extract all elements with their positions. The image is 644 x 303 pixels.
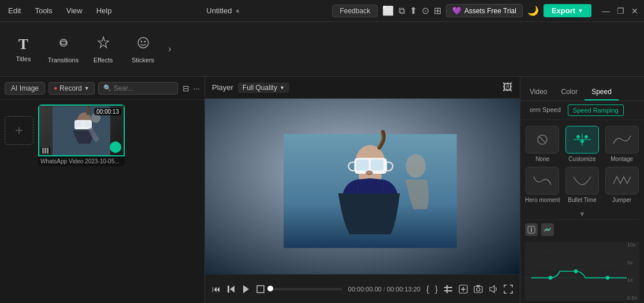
tab-speed[interactable]: Speed	[585, 84, 619, 100]
prev-frame-button[interactable]: ⏮	[212, 284, 221, 294]
search-input[interactable]	[114, 84, 148, 92]
progress-bar[interactable]	[270, 288, 343, 290]
effects-label: Effects	[94, 57, 113, 63]
upload-icon[interactable]: ⬆	[410, 5, 417, 16]
left-toolbar: AI Image ● Record ▼ 🔍 ⊟ ···	[0, 77, 204, 100]
toolbar-transitions[interactable]: Transitions	[44, 26, 82, 72]
assets-free-trial-button[interactable]: 💜 Assets Free Trial	[446, 4, 523, 17]
svg-rect-24	[446, 285, 448, 293]
speed-none-label: None	[535, 156, 549, 162]
menu-tools[interactable]: Tools	[32, 5, 54, 16]
window-title: Untitled ●	[114, 6, 332, 15]
snapshot-button[interactable]	[474, 285, 483, 294]
main-content: AI Image ● Record ▼ 🔍 ⊟ ··· +	[0, 77, 644, 303]
menu-view[interactable]: View	[64, 5, 85, 16]
list-item[interactable]: 00:00:13 ✓ WhatsApp Video 2023-10-05...	[38, 104, 125, 166]
tab-video[interactable]: Video	[523, 84, 554, 100]
svg-point-48	[606, 276, 610, 280]
audio-button[interactable]	[489, 285, 498, 294]
svg-point-37	[580, 140, 583, 143]
speed-graph-svg	[525, 242, 639, 301]
minimize-button[interactable]: —	[602, 6, 610, 16]
subtab-speed-ramping[interactable]: Speed Ramping	[568, 104, 624, 116]
stickers-label: Stickers	[132, 57, 154, 63]
svg-point-11	[406, 154, 426, 178]
filter-icon[interactable]: ⊟	[183, 84, 189, 93]
monitor-icon[interactable]: ⬜	[382, 5, 394, 16]
quality-chevron-icon: ▼	[280, 85, 285, 91]
window-controls: — ❐ ✕	[602, 6, 638, 16]
ai-image-button[interactable]: AI Image	[5, 82, 45, 95]
cut-button[interactable]: {	[426, 284, 429, 294]
speed-options-grid: None Customize	[520, 120, 644, 209]
expand-icon[interactable]: ▼	[579, 210, 586, 218]
chevron-down-icon: ▼	[578, 8, 583, 14]
feedback-button[interactable]: Feedback	[332, 5, 378, 17]
menu-edit[interactable]: Edit	[6, 5, 23, 16]
speed-graph: 10x 5x 1x 0.5x	[525, 242, 639, 301]
speed-subtabs: orm Speed Speed Ramping	[520, 101, 644, 120]
moon-icon[interactable]: 🌙	[527, 5, 539, 16]
toolbar-expand[interactable]: ›	[164, 26, 176, 72]
stop-button[interactable]	[256, 285, 265, 293]
smooth-button[interactable]	[541, 223, 554, 236]
tab-color[interactable]: Color	[554, 84, 585, 100]
titles-icon: T	[18, 36, 28, 53]
svg-rect-23	[444, 290, 452, 291]
fullscreen-button[interactable]	[504, 285, 513, 294]
headphone-icon[interactable]: ⊙	[422, 5, 429, 16]
mark-button[interactable]: }	[435, 284, 438, 294]
svg-rect-28	[474, 286, 482, 293]
grid-icon[interactable]: ⊞	[434, 5, 441, 16]
add-clip-button[interactable]	[459, 285, 468, 294]
video-frame	[205, 99, 520, 274]
speed-option-customize[interactable]: Customize	[565, 126, 600, 162]
record-chevron-icon: ▼	[84, 85, 90, 91]
speed-option-none[interactable]: None	[525, 126, 560, 162]
menu-bar: Edit Tools View Help	[6, 5, 114, 16]
speed-customize-icon-box	[565, 126, 599, 154]
speed-option-jumper[interactable]: Jumper	[604, 167, 639, 203]
speed-option-montage[interactable]: Montage	[604, 126, 639, 162]
quality-selector[interactable]: Full Quality ▼	[238, 83, 289, 93]
svg-line-33	[539, 136, 546, 143]
subtab-uniform-speed[interactable]: orm Speed	[525, 104, 565, 116]
add-media-button[interactable]: +	[5, 116, 33, 145]
svg-rect-15	[356, 159, 369, 170]
speed-hero-icon-box	[526, 167, 559, 194]
toolbar-stickers[interactable]: Stickers	[124, 26, 162, 72]
close-button[interactable]: ✕	[631, 6, 638, 16]
layout-icon[interactable]: ⧉	[399, 6, 405, 16]
vr-figure	[284, 116, 457, 265]
player-toolbar: Player Full Quality ▼ 🖼	[205, 77, 520, 99]
speed-option-bullet[interactable]: Bullet Time	[565, 167, 600, 203]
record-button[interactable]: ● Record ▼	[49, 82, 95, 95]
svg-rect-30	[477, 285, 480, 287]
speed-controls-row	[520, 220, 644, 240]
more-options-icon[interactable]: ···	[193, 84, 200, 93]
svg-point-0	[60, 39, 67, 46]
maximize-button[interactable]: ❐	[617, 6, 624, 16]
svg-rect-21	[257, 286, 264, 293]
play-button[interactable]	[241, 285, 251, 294]
speed-none-icon-box	[526, 126, 559, 154]
freeze-button[interactable]	[525, 223, 538, 236]
titlebar: Edit Tools View Help Untitled ● Feedback…	[0, 0, 644, 22]
menu-help[interactable]: Help	[94, 5, 114, 16]
export-button[interactable]: Export ▼	[544, 4, 591, 17]
svg-marker-31	[490, 286, 494, 293]
align-button[interactable]	[444, 285, 453, 294]
media-filename: WhatsApp Video 2023-10-05...	[38, 156, 125, 166]
right-panel: Video Color Speed orm Speed Speed Rampin…	[520, 77, 644, 303]
selected-checkmark: ✓	[110, 141, 121, 153]
scene-icon[interactable]: 🖼	[502, 81, 513, 93]
titlebar-actions: Feedback ⬜ ⧉ ⬆ ⊙ ⊞ 💜 Assets Free Trial 🌙…	[332, 4, 638, 17]
toolbar-titles[interactable]: T Titles	[5, 26, 42, 72]
titles-label: Titles	[16, 55, 31, 62]
speed-option-hero[interactable]: Hero moment	[525, 167, 560, 203]
svg-rect-8	[84, 121, 91, 127]
step-back-button[interactable]	[226, 285, 236, 294]
toolbar-effects[interactable]: Effects	[84, 26, 122, 72]
progress-handle[interactable]	[267, 286, 273, 291]
player-controls: ⏮ 00:00:00.00	[205, 274, 520, 303]
